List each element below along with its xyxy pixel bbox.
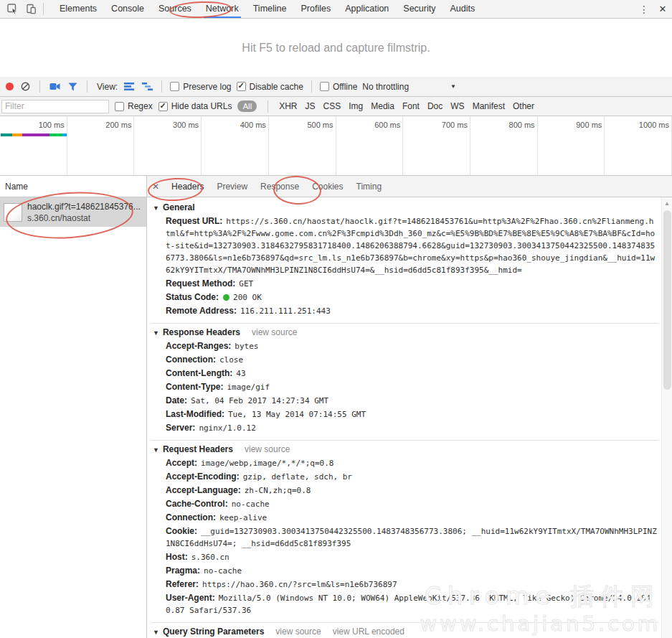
regex-checkbox[interactable]: Regex: [115, 101, 153, 111]
type-filter-manifest[interactable]: Manifest: [473, 101, 505, 111]
ruler-tick: 500 ms: [269, 116, 336, 175]
inspect-element-icon[interactable]: [3, 0, 22, 19]
ruler-tick: 100 ms: [0, 116, 67, 175]
tab-application[interactable]: Application: [338, 0, 396, 18]
tab-audits[interactable]: Audits: [443, 0, 482, 18]
header-field: Content-Length:43: [166, 367, 657, 380]
field-value: image/webp,image/*,*/*;q=0.8: [201, 459, 333, 468]
disclosure-triangle-icon[interactable]: ▼: [153, 446, 159, 454]
type-filter-xhr[interactable]: XHR: [279, 101, 297, 111]
tab-security[interactable]: Security: [396, 0, 443, 18]
ruler-tick: 900 ms: [538, 116, 605, 175]
scrollbar[interactable]: ▲: [661, 197, 672, 638]
ruler-tick: 700 ms: [403, 116, 470, 175]
tab-timeline[interactable]: Timeline: [246, 0, 294, 18]
detail-tab-headers[interactable]: Headers: [165, 182, 210, 192]
type-filter-img[interactable]: Img: [349, 101, 363, 111]
field-value: GET: [239, 279, 253, 288]
field-value: s.360.cn: [191, 553, 229, 562]
view-source-link[interactable]: view source: [275, 627, 321, 637]
capture-screenshots-icon[interactable]: [48, 80, 61, 93]
detail-tab-timing[interactable]: Timing: [350, 182, 389, 192]
field-name: Date:: [166, 395, 187, 405]
checkbox-box[interactable]: ✓: [237, 82, 246, 91]
preserve-log-checkbox[interactable]: Preserve log: [170, 82, 231, 92]
check-icon: ✓: [160, 102, 166, 110]
detail-tab-response[interactable]: Response: [254, 182, 306, 192]
section-header: ▼Request Headersview source: [153, 444, 657, 454]
type-filter-js[interactable]: JS: [306, 101, 316, 111]
close-detail-pane-icon[interactable]: ✕: [147, 182, 165, 192]
name-column-header[interactable]: Name: [0, 176, 146, 197]
type-filter-ws[interactable]: WS: [450, 101, 464, 111]
tab-profiles[interactable]: Profiles: [293, 0, 338, 18]
detail-tab-cookies[interactable]: Cookies: [306, 182, 349, 192]
network-overview[interactable]: 100 ms 200 ms 300 ms 400 ms 500 ms 600 m…: [0, 116, 672, 176]
scroll-up-icon[interactable]: ▲: [662, 197, 672, 207]
disable-cache-checkbox[interactable]: ✓ Disable cache: [237, 82, 303, 92]
field-value: gzip, deflate, sdch, br: [243, 472, 352, 482]
view-source-link[interactable]: view URL encoded: [333, 627, 404, 637]
type-filter-other[interactable]: Other: [513, 101, 534, 111]
checkbox-box[interactable]: [170, 82, 179, 91]
view-source-link[interactable]: view source: [245, 444, 290, 454]
show-overview-icon[interactable]: [141, 80, 153, 93]
scrollbar-thumb[interactable]: [663, 210, 671, 390]
checkbox-box[interactable]: [115, 102, 124, 111]
detail-tab-preview[interactable]: Preview: [210, 182, 254, 192]
large-request-rows-icon[interactable]: [123, 80, 136, 93]
field-value: no-cache: [204, 566, 242, 576]
view-source-link[interactable]: view source: [252, 327, 297, 337]
field-value: zh-CN,zh;q=0.8: [245, 486, 311, 495]
type-filter-media[interactable]: Media: [371, 101, 394, 111]
field-value: image/gif: [227, 383, 270, 392]
checkbox-box[interactable]: [320, 82, 329, 91]
header-field: Connection:keep-alive: [166, 511, 657, 525]
tab-console[interactable]: Console: [104, 0, 151, 18]
disclosure-triangle-icon[interactable]: ▼: [153, 629, 159, 636]
request-row[interactable]: haoclk.gif?t=148621845376... s.360.cn/ha…: [0, 197, 146, 227]
header-field: Request URL:https://s.360.cn/haostat/hao…: [166, 215, 657, 277]
field-name: User-Agent:: [166, 593, 215, 603]
overflow-menu-icon[interactable]: ⋮: [635, 0, 653, 19]
throttling-select[interactable]: No throttling ▼: [362, 82, 456, 92]
overview-segment: [49, 133, 62, 136]
disclosure-triangle-icon[interactable]: ▼: [153, 205, 159, 212]
tab-sources[interactable]: Sources: [151, 0, 199, 18]
type-filter-font[interactable]: Font: [402, 101, 420, 111]
image-file-icon: [4, 203, 22, 222]
tab-elements[interactable]: Elements: [52, 0, 104, 18]
overview-segment: [22, 133, 49, 136]
offline-checkbox[interactable]: Offline: [320, 82, 357, 92]
filter-input[interactable]: [1, 100, 109, 113]
header-field: Host:s.360.cn: [166, 550, 657, 564]
close-devtools-icon[interactable]: ✕: [653, 0, 672, 19]
disclosure-triangle-icon[interactable]: ▼: [153, 329, 159, 337]
field-value: https://hao.360.cn/?src=lm&ls=n1e6b73689…: [202, 580, 397, 589]
throttling-value: No throttling: [362, 82, 409, 92]
record-button[interactable]: [6, 83, 14, 90]
field-name: Cookie:: [166, 526, 197, 536]
field-name: Accept:: [166, 458, 197, 468]
network-main: Name haoclk.gif?t=148621845376... s.360.…: [0, 176, 672, 638]
hide-data-urls-checkbox[interactable]: ✓ Hide data URLs: [158, 101, 232, 111]
type-filter-all[interactable]: All: [237, 100, 257, 112]
checkbox-box[interactable]: ✓: [158, 102, 168, 111]
overview-segment: [1, 133, 12, 136]
device-toolbar-icon[interactable]: [22, 0, 40, 19]
header-field: Accept:image/webp,image/*,*/*;q=0.8: [166, 456, 657, 470]
panel-tabs: Elements Console Sources Network Timelin…: [52, 0, 482, 18]
field-value: Tue, 13 May 2014 07:14:55 GMT: [228, 410, 366, 419]
overview-segment: [62, 133, 67, 136]
clear-icon[interactable]: [19, 80, 32, 93]
request-details-panel: ✕ Headers Preview Response Cookies Timin…: [147, 176, 672, 638]
header-field: Server:nginx/1.0.12: [166, 421, 657, 435]
type-filter-doc[interactable]: Doc: [427, 101, 443, 111]
field-value: https://s.360.cn/haostat/haoclk.gif?t=14…: [166, 217, 655, 275]
tab-network[interactable]: Network: [199, 0, 246, 18]
filter-icon[interactable]: [66, 80, 79, 93]
type-filter-css[interactable]: CSS: [323, 101, 341, 111]
header-field: Last-Modified:Tue, 13 May 2014 07:14:55 …: [166, 408, 657, 421]
timeline-ruler: 100 ms 200 ms 300 ms 400 ms 500 ms 600 m…: [0, 116, 672, 175]
field-name: Content-Type:: [166, 382, 223, 392]
